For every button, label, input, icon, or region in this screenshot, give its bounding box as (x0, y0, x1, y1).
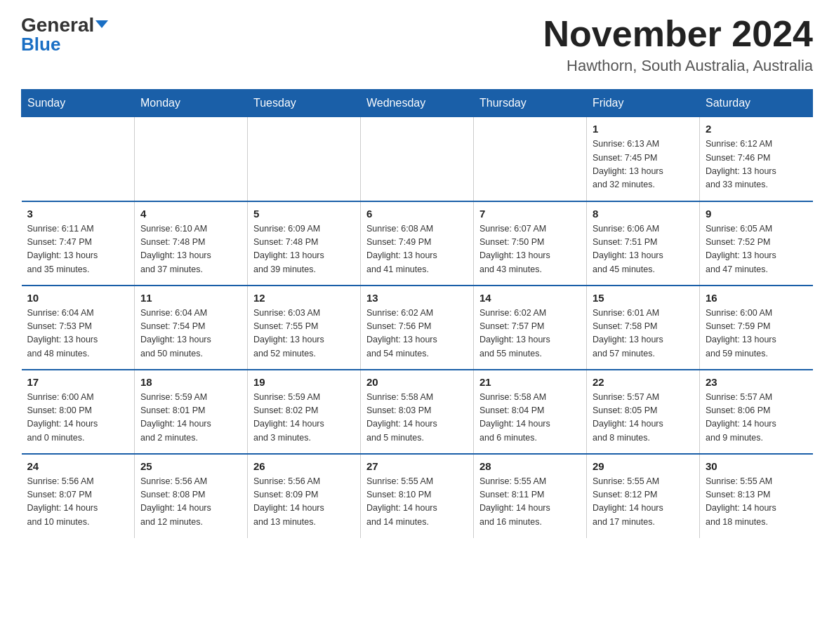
day-info: Sunrise: 6:09 AM Sunset: 7:48 PM Dayligh… (253, 222, 355, 277)
day-info: Sunrise: 6:00 AM Sunset: 7:59 PM Dayligh… (706, 307, 807, 361)
day-info: Sunrise: 5:55 AM Sunset: 8:10 PM Dayligh… (366, 475, 468, 530)
day-number: 9 (706, 208, 807, 220)
calendar-header-thursday: Thursday (474, 90, 587, 117)
day-info: Sunrise: 6:04 AM Sunset: 7:53 PM Dayligh… (27, 307, 129, 361)
calendar-cell: 30Sunrise: 5:55 AM Sunset: 8:13 PM Dayli… (700, 454, 813, 538)
main-title: November 2024 (543, 14, 813, 54)
calendar-cell (474, 117, 587, 201)
day-info: Sunrise: 6:11 AM Sunset: 7:47 PM Dayligh… (27, 222, 129, 277)
calendar-cell (22, 117, 135, 201)
day-info: Sunrise: 5:57 AM Sunset: 8:05 PM Dayligh… (593, 391, 694, 445)
page-header: General Blue November 2024 Hawthorn, Sou… (21, 14, 813, 75)
calendar-week-row: 1Sunrise: 6:13 AM Sunset: 7:45 PM Daylig… (22, 117, 813, 201)
calendar-cell (248, 117, 361, 201)
calendar-cell: 27Sunrise: 5:55 AM Sunset: 8:10 PM Dayli… (361, 454, 474, 538)
day-info: Sunrise: 5:55 AM Sunset: 8:12 PM Dayligh… (593, 475, 694, 530)
calendar-header-row: SundayMondayTuesdayWednesdayThursdayFrid… (22, 90, 813, 117)
calendar-cell: 24Sunrise: 5:56 AM Sunset: 8:07 PM Dayli… (22, 454, 135, 538)
day-info: Sunrise: 5:59 AM Sunset: 8:02 PM Dayligh… (253, 391, 355, 445)
day-number: 11 (140, 292, 241, 304)
calendar-cell: 5Sunrise: 6:09 AM Sunset: 7:48 PM Daylig… (248, 201, 361, 286)
day-info: Sunrise: 6:04 AM Sunset: 7:54 PM Dayligh… (140, 307, 241, 361)
calendar-cell: 26Sunrise: 5:56 AM Sunset: 8:09 PM Dayli… (248, 454, 361, 538)
calendar-cell: 16Sunrise: 6:00 AM Sunset: 7:59 PM Dayli… (700, 286, 813, 370)
calendar-header-monday: Monday (135, 90, 248, 117)
day-info: Sunrise: 6:07 AM Sunset: 7:50 PM Dayligh… (479, 222, 581, 277)
day-info: Sunrise: 6:01 AM Sunset: 7:58 PM Dayligh… (593, 307, 694, 361)
day-info: Sunrise: 5:56 AM Sunset: 8:09 PM Dayligh… (253, 475, 355, 530)
day-number: 3 (27, 208, 129, 220)
calendar-cell: 21Sunrise: 5:58 AM Sunset: 8:04 PM Dayli… (474, 370, 587, 454)
day-number: 14 (479, 292, 581, 304)
calendar-cell: 11Sunrise: 6:04 AM Sunset: 7:54 PM Dayli… (135, 286, 248, 370)
day-info: Sunrise: 6:00 AM Sunset: 8:00 PM Dayligh… (27, 391, 129, 445)
calendar-cell: 14Sunrise: 6:02 AM Sunset: 7:57 PM Dayli… (474, 286, 587, 370)
day-number: 24 (27, 460, 129, 472)
day-number: 29 (593, 460, 694, 472)
calendar-cell: 4Sunrise: 6:10 AM Sunset: 7:48 PM Daylig… (135, 201, 248, 286)
calendar-header-wednesday: Wednesday (361, 90, 474, 117)
calendar-cell: 28Sunrise: 5:55 AM Sunset: 8:11 PM Dayli… (474, 454, 587, 538)
day-number: 17 (27, 376, 129, 388)
day-info: Sunrise: 6:03 AM Sunset: 7:55 PM Dayligh… (253, 307, 355, 361)
calendar-cell: 9Sunrise: 6:05 AM Sunset: 7:52 PM Daylig… (700, 201, 813, 286)
day-info: Sunrise: 6:10 AM Sunset: 7:48 PM Dayligh… (140, 222, 241, 277)
day-number: 25 (140, 460, 241, 472)
day-info: Sunrise: 6:08 AM Sunset: 7:49 PM Dayligh… (366, 222, 468, 277)
day-info: Sunrise: 6:02 AM Sunset: 7:56 PM Dayligh… (366, 307, 468, 361)
day-info: Sunrise: 6:05 AM Sunset: 7:52 PM Dayligh… (706, 222, 807, 277)
day-number: 1 (593, 123, 694, 135)
calendar-cell: 2Sunrise: 6:12 AM Sunset: 7:46 PM Daylig… (700, 117, 813, 201)
day-info: Sunrise: 5:57 AM Sunset: 8:06 PM Dayligh… (706, 391, 807, 445)
calendar-cell: 6Sunrise: 6:08 AM Sunset: 7:49 PM Daylig… (361, 201, 474, 286)
logo-line2: Blue (21, 34, 60, 55)
calendar-header-saturday: Saturday (700, 90, 813, 117)
calendar-cell (361, 117, 474, 201)
day-number: 18 (140, 376, 241, 388)
calendar-header-friday: Friday (587, 90, 700, 117)
day-number: 12 (253, 292, 355, 304)
calendar-cell: 25Sunrise: 5:56 AM Sunset: 8:08 PM Dayli… (135, 454, 248, 538)
day-info: Sunrise: 6:12 AM Sunset: 7:46 PM Dayligh… (706, 137, 807, 192)
day-info: Sunrise: 5:56 AM Sunset: 8:07 PM Dayligh… (27, 475, 129, 530)
calendar-header-sunday: Sunday (22, 90, 135, 117)
day-info: Sunrise: 6:02 AM Sunset: 7:57 PM Dayligh… (479, 307, 581, 361)
subtitle: Hawthorn, South Australia, Australia (543, 57, 813, 75)
calendar-cell: 8Sunrise: 6:06 AM Sunset: 7:51 PM Daylig… (587, 201, 700, 286)
day-info: Sunrise: 5:59 AM Sunset: 8:01 PM Dayligh… (140, 391, 241, 445)
logo: General Blue (21, 14, 110, 55)
calendar-cell: 1Sunrise: 6:13 AM Sunset: 7:45 PM Daylig… (587, 117, 700, 201)
calendar-week-row: 24Sunrise: 5:56 AM Sunset: 8:07 PM Dayli… (22, 454, 813, 538)
calendar-cell: 13Sunrise: 6:02 AM Sunset: 7:56 PM Dayli… (361, 286, 474, 370)
day-number: 5 (253, 208, 355, 220)
day-number: 21 (479, 376, 581, 388)
title-block: November 2024 Hawthorn, South Australia,… (543, 14, 813, 75)
day-number: 15 (593, 292, 694, 304)
calendar-week-row: 10Sunrise: 6:04 AM Sunset: 7:53 PM Dayli… (22, 286, 813, 370)
day-number: 23 (706, 376, 807, 388)
calendar-week-row: 17Sunrise: 6:00 AM Sunset: 8:00 PM Dayli… (22, 370, 813, 454)
calendar-cell: 7Sunrise: 6:07 AM Sunset: 7:50 PM Daylig… (474, 201, 587, 286)
calendar-week-row: 3Sunrise: 6:11 AM Sunset: 7:47 PM Daylig… (22, 201, 813, 286)
day-number: 2 (706, 123, 807, 135)
calendar-cell (135, 117, 248, 201)
calendar-cell: 22Sunrise: 5:57 AM Sunset: 8:05 PM Dayli… (587, 370, 700, 454)
day-number: 22 (593, 376, 694, 388)
day-number: 8 (593, 208, 694, 220)
calendar-cell: 10Sunrise: 6:04 AM Sunset: 7:53 PM Dayli… (22, 286, 135, 370)
calendar-cell: 18Sunrise: 5:59 AM Sunset: 8:01 PM Dayli… (135, 370, 248, 454)
day-number: 28 (479, 460, 581, 472)
day-number: 7 (479, 208, 581, 220)
day-number: 10 (27, 292, 129, 304)
day-number: 26 (253, 460, 355, 472)
day-number: 6 (366, 208, 468, 220)
day-info: Sunrise: 5:58 AM Sunset: 8:04 PM Dayligh… (479, 391, 581, 445)
day-number: 13 (366, 292, 468, 304)
calendar-cell: 12Sunrise: 6:03 AM Sunset: 7:55 PM Dayli… (248, 286, 361, 370)
day-info: Sunrise: 5:56 AM Sunset: 8:08 PM Dayligh… (140, 475, 241, 530)
calendar-cell: 15Sunrise: 6:01 AM Sunset: 7:58 PM Dayli… (587, 286, 700, 370)
calendar-table: SundayMondayTuesdayWednesdayThursdayFrid… (21, 89, 813, 538)
calendar-header-tuesday: Tuesday (248, 90, 361, 117)
day-number: 20 (366, 376, 468, 388)
calendar-cell: 20Sunrise: 5:58 AM Sunset: 8:03 PM Dayli… (361, 370, 474, 454)
